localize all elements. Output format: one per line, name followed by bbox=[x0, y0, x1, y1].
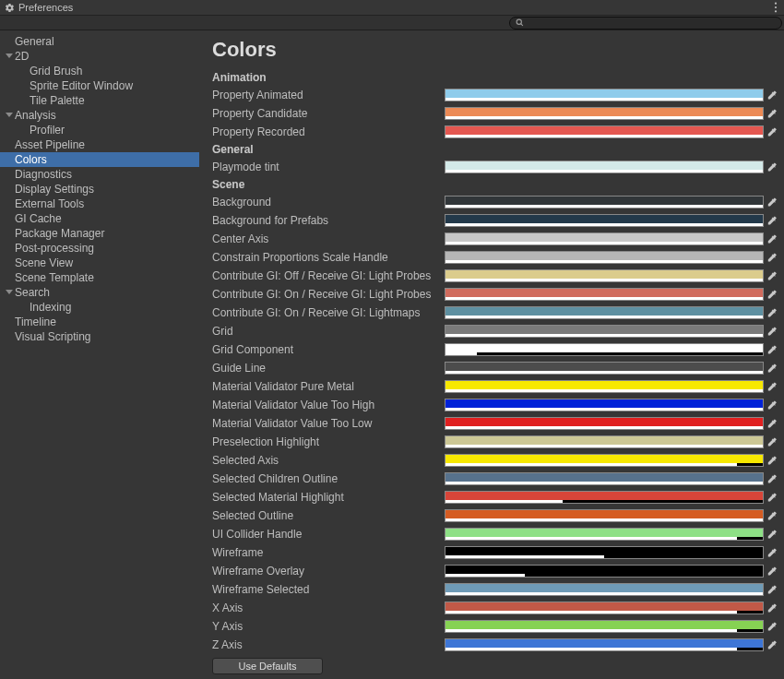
sidebar-item-indexing[interactable]: Indexing bbox=[0, 300, 199, 315]
sidebar-item-analysis[interactable]: Analysis bbox=[0, 108, 199, 123]
color-swatch[interactable] bbox=[445, 306, 764, 319]
eyedropper-icon[interactable] bbox=[766, 108, 778, 119]
color-swatch[interactable] bbox=[445, 491, 764, 504]
eyedropper-icon[interactable] bbox=[766, 326, 778, 337]
eyedropper-icon[interactable] bbox=[766, 307, 778, 318]
sidebar-item-external-tools[interactable]: External Tools bbox=[0, 197, 199, 211]
eyedropper-icon[interactable] bbox=[766, 289, 778, 300]
sidebar-item-2d[interactable]: 2D bbox=[0, 49, 199, 64]
color-swatch[interactable] bbox=[445, 435, 764, 448]
color-swatch[interactable] bbox=[445, 509, 764, 522]
color-swatch[interactable] bbox=[445, 565, 764, 578]
property-label: Selected Children Outline bbox=[212, 472, 445, 485]
eyedropper-icon[interactable] bbox=[766, 161, 778, 173]
search-input[interactable] bbox=[509, 17, 782, 30]
sidebar-item-asset-pipeline[interactable]: Asset Pipeline bbox=[0, 137, 199, 152]
sidebar-item-package-manager[interactable]: Package Manager bbox=[0, 226, 199, 241]
eyedropper-icon[interactable] bbox=[766, 197, 778, 208]
eyedropper-icon[interactable] bbox=[766, 418, 778, 429]
eyedropper-icon[interactable] bbox=[766, 547, 778, 558]
sidebar-item-display-settings[interactable]: Display Settings bbox=[0, 182, 199, 197]
color-property-row: Wireframe Selected bbox=[212, 580, 778, 599]
eyedropper-icon[interactable] bbox=[766, 566, 778, 577]
eyedropper-icon[interactable] bbox=[766, 602, 778, 613]
property-label: Guide Line bbox=[212, 362, 445, 375]
color-swatch[interactable] bbox=[445, 89, 764, 101]
color-swatch[interactable] bbox=[445, 380, 764, 393]
svg-point-1 bbox=[775, 6, 777, 8]
eyedropper-icon[interactable] bbox=[766, 381, 778, 392]
color-swatch[interactable] bbox=[445, 214, 764, 227]
color-swatch[interactable] bbox=[445, 399, 764, 411]
color-swatch[interactable] bbox=[445, 454, 764, 467]
eyedropper-icon[interactable] bbox=[766, 436, 778, 447]
property-label: Preselection Highlight bbox=[212, 435, 445, 448]
eyedropper-icon[interactable] bbox=[766, 621, 778, 632]
color-property-row: Property Candidate bbox=[212, 104, 778, 123]
eyedropper-icon[interactable] bbox=[766, 270, 778, 281]
color-swatch[interactable] bbox=[445, 125, 764, 138]
eyedropper-icon[interactable] bbox=[766, 639, 778, 650]
sidebar-item-sprite-editor-window[interactable]: Sprite Editor Window bbox=[0, 78, 199, 93]
eyedropper-icon[interactable] bbox=[766, 363, 778, 374]
color-property-row: Guide Line bbox=[212, 359, 778, 377]
sidebar-item-tile-palette[interactable]: Tile Palette bbox=[0, 93, 199, 108]
color-swatch[interactable] bbox=[445, 325, 764, 338]
use-defaults-button[interactable]: Use Defaults bbox=[212, 658, 323, 674]
eyedropper-icon[interactable] bbox=[766, 252, 778, 263]
eyedropper-icon[interactable] bbox=[766, 344, 778, 355]
color-swatch[interactable] bbox=[445, 161, 764, 173]
color-property-row: Z Axis bbox=[212, 636, 778, 654]
eyedropper-icon[interactable] bbox=[766, 126, 778, 137]
window-titlebar: Preferences bbox=[0, 0, 784, 16]
eyedropper-icon[interactable] bbox=[766, 89, 778, 101]
eyedropper-icon[interactable] bbox=[766, 529, 778, 540]
color-swatch[interactable] bbox=[445, 362, 764, 375]
sidebar-item-grid-brush[interactable]: Grid Brush bbox=[0, 64, 199, 78]
sidebar-item-profiler[interactable]: Profiler bbox=[0, 123, 199, 137]
eyedropper-icon[interactable] bbox=[766, 399, 778, 411]
color-swatch[interactable] bbox=[445, 472, 764, 485]
color-swatch[interactable] bbox=[445, 251, 764, 264]
color-swatch[interactable] bbox=[445, 107, 764, 120]
sidebar-item-search[interactable]: Search bbox=[0, 285, 199, 300]
page-title: Colors bbox=[212, 38, 778, 62]
color-swatch[interactable] bbox=[445, 638, 764, 651]
eyedropper-icon[interactable] bbox=[766, 492, 778, 503]
color-property-row: Wireframe Overlay bbox=[212, 562, 778, 580]
color-swatch[interactable] bbox=[445, 343, 764, 356]
eyedropper-icon[interactable] bbox=[766, 510, 778, 521]
color-swatch[interactable] bbox=[445, 269, 764, 282]
sidebar-item-timeline[interactable]: Timeline bbox=[0, 315, 199, 329]
sidebar-item-diagnostics[interactable]: Diagnostics bbox=[0, 167, 199, 182]
color-swatch[interactable] bbox=[445, 232, 764, 245]
color-swatch[interactable] bbox=[445, 602, 764, 614]
property-label: Contribute GI: Off / Receive GI: Light P… bbox=[212, 269, 445, 282]
color-swatch[interactable] bbox=[445, 528, 764, 541]
property-label: Material Validator Value Too Low bbox=[212, 417, 445, 430]
sidebar-item-colors[interactable]: Colors bbox=[0, 152, 199, 167]
sidebar-item-gi-cache[interactable]: GI Cache bbox=[0, 211, 199, 226]
color-property-row: Contribute GI: Off / Receive GI: Light P… bbox=[212, 267, 778, 285]
color-property-row: Preselection Highlight bbox=[212, 433, 778, 451]
color-property-row: Property Animated bbox=[212, 86, 778, 104]
color-swatch[interactable] bbox=[445, 546, 764, 559]
sidebar-item-general[interactable]: General bbox=[0, 34, 199, 49]
kebab-icon[interactable] bbox=[771, 0, 780, 15]
color-swatch[interactable] bbox=[445, 583, 764, 596]
color-swatch[interactable] bbox=[445, 417, 764, 430]
eyedropper-icon[interactable] bbox=[766, 584, 778, 595]
color-swatch[interactable] bbox=[445, 620, 764, 633]
eyedropper-icon[interactable] bbox=[766, 473, 778, 484]
sidebar-item-scene-view[interactable]: Scene View bbox=[0, 256, 199, 270]
color-swatch[interactable] bbox=[445, 288, 764, 301]
eyedropper-icon[interactable] bbox=[766, 455, 778, 466]
property-label: Wireframe Overlay bbox=[212, 565, 445, 578]
sidebar-item-post-processing[interactable]: Post-processing bbox=[0, 241, 199, 256]
sidebar-item-visual-scripting[interactable]: Visual Scripting bbox=[0, 329, 199, 344]
property-label: Z Axis bbox=[212, 638, 445, 651]
sidebar-item-scene-template[interactable]: Scene Template bbox=[0, 270, 199, 285]
eyedropper-icon[interactable] bbox=[766, 233, 778, 244]
eyedropper-icon[interactable] bbox=[766, 215, 778, 226]
color-swatch[interactable] bbox=[445, 196, 764, 208]
